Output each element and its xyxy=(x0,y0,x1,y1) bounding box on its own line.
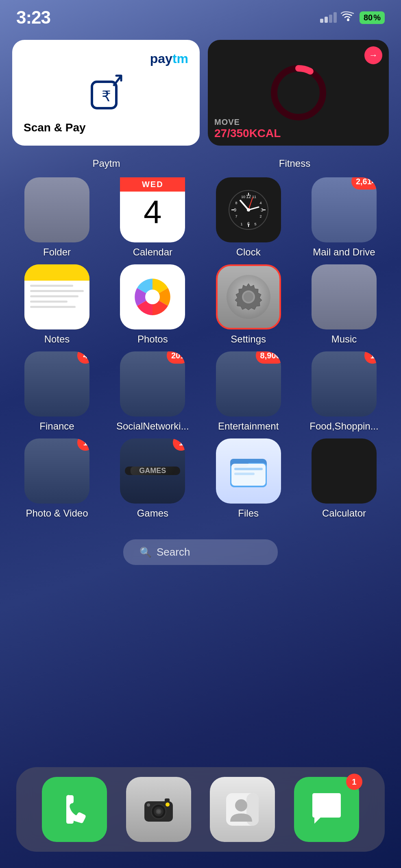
svg-text:8: 8 xyxy=(235,201,237,205)
mail-drive-label: Mail and Drive xyxy=(313,246,375,258)
dock-contacts[interactable] xyxy=(210,777,275,842)
svg-point-50 xyxy=(235,799,247,811)
app-photos[interactable]: Photos xyxy=(112,264,193,345)
paytm-widget[interactable]: paytm ₹ Scan & Pay xyxy=(12,40,200,146)
app-social[interactable]: 201 SocialNetworki... xyxy=(112,351,193,432)
app-clock[interactable]: 12 6 9 3 10 11 5 8 4 7 2 1 xyxy=(208,177,289,258)
mail-drive-badge: 2,614 xyxy=(351,177,377,190)
settings-label: Settings xyxy=(231,334,266,345)
app-games[interactable]: GAMES 1 Games xyxy=(112,438,193,519)
fitness-app-label: Fitness xyxy=(200,158,389,169)
search-icon: 🔍 xyxy=(139,547,152,558)
widget-labels: Paytm Fitness xyxy=(12,158,389,169)
svg-text:₹: ₹ xyxy=(101,88,111,105)
calendar-icon: WED 4 xyxy=(120,177,185,242)
app-files[interactable]: Files xyxy=(208,438,289,519)
widget-row: paytm ₹ Scan & Pay → xyxy=(12,40,389,146)
music-icon xyxy=(312,264,377,329)
finance-icon: 4 xyxy=(24,351,89,417)
paytm-icon: ₹ xyxy=(24,73,188,115)
svg-rect-38 xyxy=(234,468,263,470)
files-icon xyxy=(216,438,281,504)
app-music[interactable]: Music xyxy=(303,264,385,345)
svg-rect-44 xyxy=(165,798,170,803)
finance-label: Finance xyxy=(39,421,74,432)
paytm-scan-label: Scan & Pay xyxy=(24,121,188,134)
paytm-app-label: Paytm xyxy=(12,158,200,169)
home-screen: paytm ₹ Scan & Pay → xyxy=(0,32,401,565)
finance-badge: 4 xyxy=(77,351,89,364)
photos-icon xyxy=(120,264,185,329)
notes-icon xyxy=(24,264,89,329)
photos-label: Photos xyxy=(137,334,168,345)
app-folder[interactable]: Folder xyxy=(16,177,98,258)
search-container: 🔍 Search xyxy=(12,539,389,565)
search-bar[interactable]: 🔍 Search xyxy=(123,539,278,565)
svg-text:1: 1 xyxy=(240,222,242,226)
calendar-label: Calendar xyxy=(133,246,172,258)
messages-badge: 1 xyxy=(346,774,362,790)
svg-point-27 xyxy=(247,208,250,212)
dock: 1 xyxy=(16,767,385,852)
entertainment-icon: 8,906 xyxy=(216,351,281,417)
dock-phone[interactable] xyxy=(42,777,107,842)
app-entertainment[interactable]: 8,906 Entertainment xyxy=(208,351,289,432)
battery-indicator: 80% xyxy=(360,11,385,24)
svg-point-47 xyxy=(166,803,170,807)
app-row-1: Folder WED 4 Calendar xyxy=(12,177,389,258)
files-label: Files xyxy=(238,508,259,519)
calculator-icon xyxy=(312,438,377,504)
svg-point-46 xyxy=(157,810,160,813)
search-text: Search xyxy=(157,546,190,558)
svg-text:3: 3 xyxy=(261,207,263,212)
svg-text:12: 12 xyxy=(246,194,251,199)
app-food[interactable]: 1 Food,Shoppin... xyxy=(303,351,385,432)
svg-text:7: 7 xyxy=(235,214,237,218)
food-icon: 1 xyxy=(312,351,377,417)
mail-drive-icon: 2,614 xyxy=(312,177,377,242)
contacts-icon xyxy=(210,777,275,842)
games-icon: GAMES 1 xyxy=(120,438,185,504)
app-finance[interactable]: 4 Finance xyxy=(16,351,98,432)
app-settings[interactable]: Settings xyxy=(208,264,289,345)
app-notes[interactable]: Notes xyxy=(16,264,98,345)
svg-point-45 xyxy=(147,803,150,807)
music-label: Music xyxy=(331,334,357,345)
fitness-widget[interactable]: → MOVE 27/350KCAL xyxy=(208,40,389,146)
games-label: Games xyxy=(137,508,168,519)
svg-point-4 xyxy=(274,68,323,117)
dock-messages[interactable]: 1 xyxy=(294,777,359,842)
clock-icon: 12 6 9 3 10 11 5 8 4 7 2 1 xyxy=(216,177,281,242)
social-icon: 201 xyxy=(120,351,185,417)
svg-point-29 xyxy=(145,290,160,304)
app-calendar[interactable]: WED 4 Calendar xyxy=(112,177,193,258)
calculator-label: Calculator xyxy=(322,508,366,519)
phone-icon xyxy=(42,777,107,842)
notes-label: Notes xyxy=(44,334,70,345)
calendar-day: WED xyxy=(120,177,185,192)
app-calculator[interactable]: Calculator xyxy=(303,438,385,519)
svg-text:5: 5 xyxy=(254,222,256,226)
camera-icon xyxy=(126,777,191,842)
status-time: 3:23 xyxy=(16,7,50,28)
folder-label: Folder xyxy=(43,246,71,258)
svg-rect-39 xyxy=(234,473,255,475)
svg-text:6: 6 xyxy=(247,221,250,226)
svg-text:4: 4 xyxy=(259,201,262,205)
social-label: SocialNetworki... xyxy=(116,421,189,432)
app-mail-drive[interactable]: 2,614 Mail and Drive xyxy=(303,177,385,258)
app-row-4: 1 Photo & Video GAMES 1 Games xyxy=(12,438,389,519)
status-bar: 3:23 80% xyxy=(0,0,401,32)
food-label: Food,Shoppin... xyxy=(309,421,378,432)
dock-camera[interactable] xyxy=(126,777,191,842)
entertainment-label: Entertainment xyxy=(218,421,279,432)
svg-point-0 xyxy=(347,19,349,21)
fitness-move: MOVE 27/350KCAL xyxy=(214,118,382,140)
app-photo-video[interactable]: 1 Photo & Video xyxy=(16,438,98,519)
app-row-2: Notes Photos xyxy=(12,264,389,345)
photo-video-badge: 1 xyxy=(77,438,89,451)
wifi-icon xyxy=(341,11,355,25)
social-badge: 201 xyxy=(167,351,185,364)
folder-icon xyxy=(24,177,89,242)
entertainment-badge: 8,906 xyxy=(256,351,281,364)
